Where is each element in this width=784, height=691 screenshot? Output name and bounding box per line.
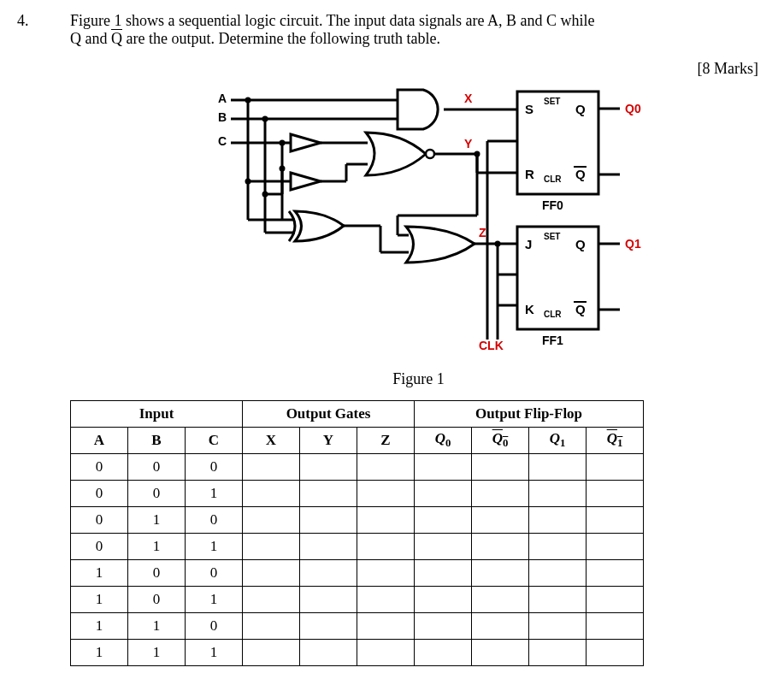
xor-gate-icon — [295, 211, 344, 241]
buffer2-icon — [291, 173, 321, 190]
nor-gate-icon — [366, 133, 426, 175]
cell-empty — [415, 454, 472, 481]
cell-empty — [415, 587, 472, 613]
cell-empty — [300, 507, 357, 534]
cell-empty — [243, 481, 300, 507]
cell-empty — [529, 587, 587, 613]
th-y: Y — [300, 428, 357, 454]
th-q0: Q0 — [415, 428, 472, 454]
cell-empty — [529, 507, 587, 534]
cell-empty — [300, 481, 357, 507]
cell-empty — [357, 481, 415, 507]
cell-empty — [415, 534, 472, 560]
cell-empty — [300, 560, 357, 587]
cell-a: 1 — [71, 640, 128, 666]
cell-empty — [472, 454, 529, 481]
cell-b: 1 — [128, 534, 186, 560]
cell-empty — [357, 507, 415, 534]
cell-empty — [243, 454, 300, 481]
cell-b: 0 — [128, 587, 186, 613]
ff1-set: SET — [544, 232, 560, 241]
label-clk: CLK — [479, 339, 504, 352]
cell-empty — [300, 454, 357, 481]
truth-table: Input Output Gates Output Flip-Flop A B … — [70, 400, 644, 666]
cell-empty — [300, 587, 357, 613]
cell-b: 1 — [128, 640, 186, 666]
ff1-qbar: Q — [575, 302, 586, 316]
cell-c: 0 — [186, 454, 243, 481]
cell-empty — [300, 613, 357, 640]
ff0-name: FF0 — [542, 198, 563, 212]
table-row: 101 — [71, 587, 644, 613]
cell-a: 0 — [71, 507, 128, 534]
cell-c: 0 — [186, 560, 243, 587]
ff1-k: K — [525, 302, 534, 316]
ff0-clr: CLR — [544, 174, 562, 184]
label-b: B — [218, 110, 227, 124]
cell-empty — [415, 481, 472, 507]
cell-empty — [472, 507, 529, 534]
cell-empty — [357, 613, 415, 640]
figure-caption: Figure 1 — [70, 370, 767, 388]
ff1-j: J — [525, 237, 532, 251]
cell-a: 0 — [71, 481, 128, 507]
ff0-out: Q0 — [625, 102, 641, 115]
table-row: 010 — [71, 507, 644, 534]
svg-point-6 — [245, 97, 251, 103]
cell-b: 0 — [128, 454, 186, 481]
ff0-qbar: Q — [575, 167, 586, 181]
ff1-clr: CLR — [544, 310, 562, 319]
cell-empty — [357, 534, 415, 560]
th-ff: Output Flip-Flop — [415, 401, 644, 428]
table-row: 011 — [71, 534, 644, 560]
cell-empty — [415, 640, 472, 666]
table-row: 100 — [71, 560, 644, 587]
th-q1bar: Q1 — [587, 428, 644, 454]
cell-empty — [587, 640, 644, 666]
svg-point-8 — [279, 140, 285, 146]
cell-empty — [357, 454, 415, 481]
cell-a: 1 — [71, 587, 128, 613]
label-z: Z — [479, 226, 486, 239]
cell-b: 1 — [128, 507, 186, 534]
table-row: 000 — [71, 454, 644, 481]
cell-a: 0 — [71, 534, 128, 560]
cell-b: 0 — [128, 560, 186, 587]
table-row: 110 — [71, 613, 644, 640]
cell-empty — [472, 481, 529, 507]
cell-empty — [357, 560, 415, 587]
cell-empty — [300, 534, 357, 560]
cell-c: 0 — [186, 507, 243, 534]
cell-empty — [587, 507, 644, 534]
table-row: 001 — [71, 481, 644, 507]
cell-empty — [587, 613, 644, 640]
cell-empty — [529, 534, 587, 560]
cell-a: 0 — [71, 454, 128, 481]
th-q0bar: Q0 — [472, 428, 529, 454]
buffer1-icon — [291, 134, 321, 151]
th-q1: Q1 — [529, 428, 587, 454]
cell-empty — [243, 640, 300, 666]
ff0-set: SET — [544, 97, 560, 106]
and-gate-icon — [398, 90, 438, 129]
cell-c: 1 — [186, 534, 243, 560]
cell-a: 1 — [71, 613, 128, 640]
cell-empty — [415, 613, 472, 640]
cell-a: 1 — [71, 560, 128, 587]
th-input: Input — [71, 401, 243, 428]
ff1-out: Q1 — [625, 237, 641, 251]
cell-empty — [357, 587, 415, 613]
question-line-1: Figure 1 shows a sequential logic circui… — [70, 12, 767, 30]
svg-point-7 — [262, 116, 268, 122]
cell-empty — [529, 613, 587, 640]
label-a: A — [218, 92, 227, 105]
th-x: X — [243, 428, 300, 454]
cell-empty — [529, 640, 587, 666]
label-x: X — [464, 92, 473, 105]
cell-empty — [243, 613, 300, 640]
cell-b: 0 — [128, 481, 186, 507]
cell-empty — [357, 640, 415, 666]
cell-empty — [415, 507, 472, 534]
ff0-s: S — [525, 102, 533, 116]
ff1-q: Q — [575, 237, 586, 251]
